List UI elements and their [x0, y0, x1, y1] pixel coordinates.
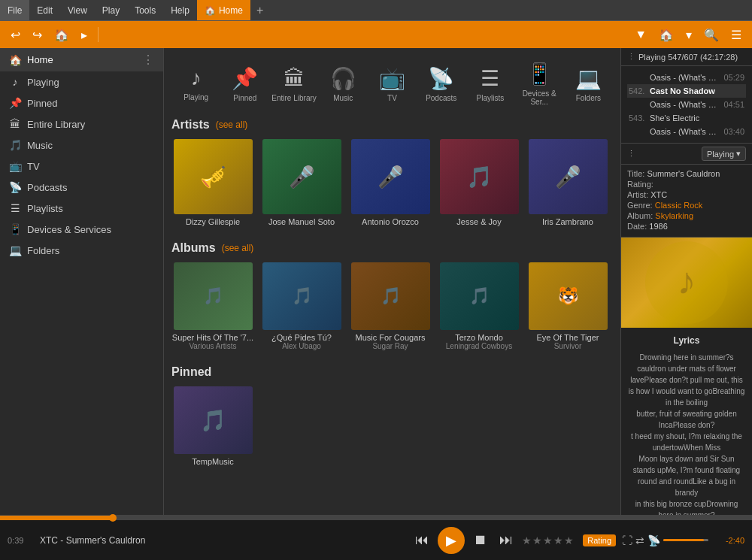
sidebar-more-home[interactable]: ⋮ — [142, 53, 154, 67]
iconbar-playlists[interactable]: ☰ Playlists — [465, 66, 514, 102]
pl-title-electric: She's Electric — [650, 114, 741, 123]
sidebar-item-entire-library[interactable]: 🏛 Entire Library — [0, 114, 163, 135]
iconbar-library[interactable]: 🏛 Entire Library — [269, 66, 318, 102]
rp-controls-bar: ⋮ Playing ▾ — [621, 144, 752, 165]
iconbar-pinned[interactable]: 📌 Pinned — [220, 66, 269, 102]
tab-home[interactable]: 🏠 Home — [197, 0, 250, 20]
playlist-item-2[interactable]: Oasis - (What's The Story) Mo... 03:40 — [627, 125, 746, 138]
player-rating-button[interactable]: Rating — [583, 534, 616, 546]
artists-see-all[interactable]: (see all) — [216, 120, 248, 130]
sidebar-item-devices[interactable]: 📱 Devices & Services — [0, 219, 163, 240]
rp-lyrics-text: Drowning here in summer?s cauldron under… — [627, 352, 746, 515]
album-card-cougars[interactable]: 🎵 Music For Cougars Sugar Ray — [349, 262, 432, 350]
artist-card-jose[interactable]: 🎤 Jose Manuel Soto — [260, 139, 343, 226]
ib-tv-icon: 📺 — [379, 66, 405, 91]
artist-img-jesse: 🎵 — [440, 139, 519, 214]
rp-info-panel: Title: Summer's Cauldron Rating: Artist:… — [621, 165, 752, 238]
iconbar-devices[interactable]: 📱 Devices & Ser... — [515, 62, 564, 106]
artist-card-antonio[interactable]: 🎤 Antonio Orozco — [349, 139, 432, 226]
ib-music-label: Music — [333, 94, 353, 102]
sidebar-item-home[interactable]: 🏠 Home ⋮ — [0, 48, 163, 71]
album-artist-que: Alex Ubago — [282, 342, 321, 350]
ib-podcasts-label: Podcasts — [426, 94, 456, 102]
rp-genre-value[interactable]: Classic Rock — [655, 201, 703, 210]
iconbar-podcasts[interactable]: 📡 Podcasts — [417, 66, 465, 102]
toolbar-forward[interactable]: ▸ — [77, 25, 92, 45]
sidebar-item-pinned[interactable]: 📌 Pinned — [0, 92, 163, 114]
sidebar-label-tv: TV — [27, 161, 40, 172]
artist-card-jesse[interactable]: 🎵 Jesse & Joy — [438, 139, 520, 226]
player-star-5[interactable]: ★ — [564, 534, 574, 546]
playing-icon: ♪ — [9, 76, 21, 88]
player-star-2[interactable]: ★ — [532, 534, 542, 546]
playlist-item-electric[interactable]: 543. She's Electric — [627, 111, 746, 125]
progress-bar[interactable] — [0, 516, 752, 520]
rp-album-value[interactable]: Skylarking — [655, 211, 693, 220]
player-star-1[interactable]: ★ — [522, 534, 532, 546]
player-star-3[interactable]: ★ — [543, 534, 553, 546]
toolbar-dropdown[interactable]: ▾ — [681, 25, 696, 45]
player-play-button[interactable]: ▶ — [438, 527, 465, 554]
menu-play[interactable]: Play — [95, 0, 127, 20]
iconbar-playing[interactable]: ♪ Playing — [171, 66, 220, 101]
album-title-super: Super Hits Of The '7... — [172, 333, 253, 342]
player-volume-fill — [663, 539, 704, 541]
sidebar-item-playlists[interactable]: ☰ Playlists — [0, 198, 163, 219]
toolbar-filter[interactable]: ▼ — [630, 25, 651, 44]
player-shuffle-button[interactable]: ⇄ — [635, 534, 644, 546]
toolbar-redo[interactable]: ↪ — [28, 25, 47, 45]
playlist-item-1[interactable]: Oasis - (What's The Story) Mo... 04:51 — [627, 98, 746, 111]
player-prev-button[interactable]: ⏮ — [412, 531, 432, 549]
menu-view[interactable]: View — [60, 0, 95, 20]
menu-edit[interactable]: Edit — [29, 0, 60, 20]
sidebar-item-playing[interactable]: ♪ Playing — [0, 71, 163, 92]
sidebar-item-tv[interactable]: 📺 TV — [0, 156, 163, 177]
sidebar-label-music: Music — [27, 140, 53, 151]
album-card-que[interactable]: 🎵 ¿Qué Pides Tú? Alex Ubago — [260, 262, 343, 350]
player-next-button[interactable]: ⏭ — [496, 531, 516, 549]
tab-add-button[interactable]: + — [250, 0, 269, 20]
ib-tv-label: TV — [387, 94, 397, 102]
home-tab-icon: 🏠 — [205, 5, 216, 16]
rp-date-row: Date: 1986 — [627, 222, 746, 231]
albums-see-all[interactable]: (see all) — [222, 243, 254, 253]
album-card-super[interactable]: 🎵 Super Hits Of The '7... Various Artist… — [171, 262, 254, 350]
player-stop-button[interactable]: ⏹ — [471, 531, 490, 549]
player-resize-button[interactable]: ⛶ — [622, 534, 632, 546]
toolbar-menu[interactable]: ☰ — [726, 25, 746, 45]
toolbar-home2[interactable]: 🏠 — [654, 25, 678, 45]
sidebar-item-podcasts[interactable]: 📡 Podcasts — [0, 177, 163, 198]
progress-handle[interactable] — [109, 514, 117, 522]
toolbar-undo[interactable]: ↩ — [6, 25, 25, 45]
album-card-terzo[interactable]: 🎵 Terzo Mondo Leningrad Cowboys — [438, 262, 520, 350]
icon-bar: ♪ Playing 📌 Pinned 🏛 Entire Library 🎧 Mu… — [171, 56, 613, 118]
iconbar-music[interactable]: 🎧 Music — [319, 66, 368, 102]
menu-file[interactable]: File — [0, 0, 29, 20]
playlist-item-cast[interactable]: 542. Cast No Shadow — [627, 84, 746, 98]
player-cast-button[interactable]: 📡 — [647, 534, 660, 546]
toolbar-home[interactable]: 🏠 — [50, 25, 74, 45]
rp-dropdown-arrow: ▾ — [736, 149, 741, 159]
artist-card-iris[interactable]: 🎤 Iris Zambrano — [526, 139, 609, 226]
playlist-item-0[interactable]: Oasis - (What's The Story) Mo... 05:29 — [627, 71, 746, 84]
ib-folders-label: Folders — [576, 94, 601, 102]
album-artist-terzo: Leningrad Cowboys — [446, 342, 512, 350]
iconbar-tv[interactable]: 📺 TV — [368, 66, 417, 102]
album-card-tiger[interactable]: 🐯 Eye Of The Tiger Survivor — [526, 262, 609, 350]
home-tab-label: Home — [219, 5, 243, 16]
artist-card-dizzy[interactable]: 🎺 Dizzy Gillespie — [171, 139, 254, 226]
svg-text:♪: ♪ — [678, 260, 696, 302]
menu-tools[interactable]: Tools — [127, 0, 163, 20]
rp-playing-dropdown[interactable]: Playing ▾ — [702, 147, 746, 161]
iconbar-folders[interactable]: 💻 Folders — [564, 66, 613, 102]
sidebar-item-music[interactable]: 🎵 Music — [0, 135, 163, 156]
player-star-4[interactable]: ★ — [553, 534, 563, 546]
toolbar-search[interactable]: 🔍 — [699, 25, 723, 45]
sidebar-item-folders[interactable]: 💻 Folders — [0, 240, 163, 261]
pinned-card-tempmusic[interactable]: 🎵 TempMusic — [171, 386, 254, 466]
menu-help[interactable]: Help — [163, 0, 197, 20]
player-volume-slider[interactable] — [663, 539, 708, 541]
rp-title-value: Summer's Cauldron — [647, 169, 720, 178]
rp-menu-icon[interactable]: ⋮ — [627, 52, 635, 62]
rp-playing-label: ⋮ — [627, 149, 635, 159]
